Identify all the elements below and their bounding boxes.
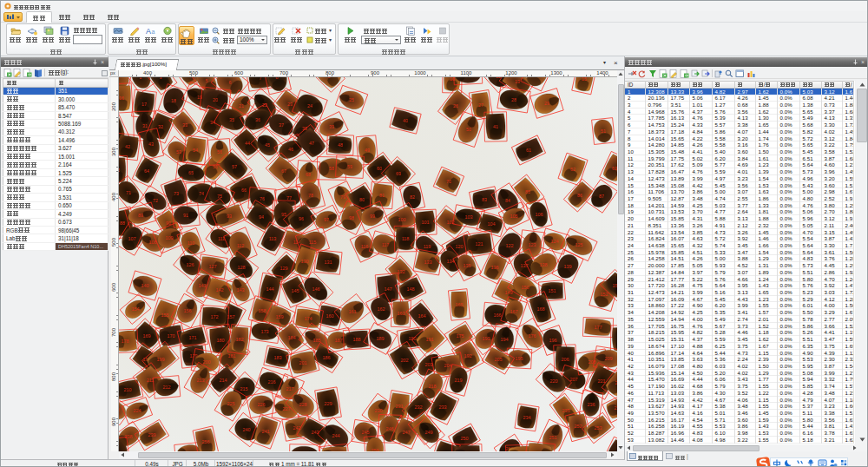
- svg-text:52: 52: [119, 168, 120, 173]
- svg-text:8: 8: [276, 77, 279, 80]
- svg-text:98: 98: [349, 215, 354, 220]
- svg-text:64: 64: [144, 168, 149, 174]
- svg-text:161: 161: [349, 309, 357, 314]
- svg-text:66: 66: [241, 187, 247, 193]
- svg-text:127: 127: [209, 264, 217, 269]
- svg-text:205: 205: [495, 357, 503, 362]
- svg-text:12: 12: [496, 77, 501, 79]
- svg-text:212: 212: [163, 385, 171, 390]
- svg-text:53: 53: [176, 149, 181, 155]
- svg-text:144: 144: [266, 286, 274, 292]
- svg-text:32: 32: [158, 124, 163, 129]
- svg-text:76: 76: [260, 196, 265, 201]
- svg-text:140: 140: [141, 283, 149, 288]
- svg-text:a: a: [151, 29, 155, 35]
- svg-text:170: 170: [168, 333, 175, 339]
- svg-text:115: 115: [309, 240, 317, 245]
- svg-text:148: 148: [407, 286, 415, 292]
- svg-text:243: 243: [312, 430, 319, 435]
- svg-text:28: 28: [511, 97, 516, 102]
- svg-text:245: 245: [362, 430, 370, 435]
- svg-text:99: 99: [370, 214, 375, 219]
- svg-text:151: 151: [549, 288, 556, 293]
- svg-text:95: 95: [281, 212, 286, 217]
- svg-text:193: 193: [483, 336, 490, 341]
- svg-text:56: 56: [217, 149, 222, 155]
- svg-text:104: 104: [488, 221, 496, 227]
- svg-text:234: 234: [523, 415, 531, 420]
- svg-text:167: 167: [510, 309, 518, 314]
- svg-text:74: 74: [199, 191, 204, 196]
- svg-text:67: 67: [281, 168, 286, 174]
- svg-text:187: 187: [335, 338, 343, 343]
- svg-text:200: 200: [203, 359, 211, 365]
- svg-text:86: 86: [577, 193, 582, 198]
- svg-text:178: 178: [122, 339, 129, 344]
- svg-text:112: 112: [237, 243, 245, 248]
- svg-text:37: 37: [279, 122, 284, 128]
- svg-text:47: 47: [309, 141, 314, 146]
- svg-text:236: 236: [588, 402, 595, 407]
- svg-text:21: 21: [239, 103, 244, 109]
- svg-text:31: 31: [142, 123, 148, 128]
- svg-text:121: 121: [476, 241, 483, 247]
- svg-text:238: 238: [125, 434, 133, 439]
- svg-text:252: 252: [575, 424, 582, 429]
- svg-text:103: 103: [465, 214, 473, 220]
- svg-text:249: 249: [425, 430, 433, 435]
- svg-text:26: 26: [453, 103, 458, 109]
- svg-text:69: 69: [396, 171, 401, 176]
- svg-text:39: 39: [329, 124, 334, 129]
- svg-text:33: 33: [182, 122, 187, 128]
- svg-text:120: 120: [456, 244, 464, 249]
- svg-text:154: 154: [132, 306, 140, 312]
- svg-text:20: 20: [213, 97, 218, 102]
- svg-text:240: 240: [243, 427, 251, 432]
- svg-text:118: 118: [402, 236, 410, 241]
- svg-text:80: 80: [359, 197, 365, 202]
- svg-text:54: 54: [193, 148, 198, 153]
- svg-text:250: 250: [461, 436, 469, 441]
- svg-text:105: 105: [510, 214, 518, 219]
- svg-text:202: 202: [401, 358, 409, 363]
- svg-text:233: 233: [439, 405, 447, 410]
- svg-text:36: 36: [255, 117, 260, 122]
- svg-text:207: 207: [570, 377, 578, 382]
- svg-text:106: 106: [536, 212, 543, 217]
- svg-text:91: 91: [183, 213, 188, 218]
- svg-text:180: 180: [217, 338, 225, 343]
- svg-text:204: 204: [444, 363, 452, 368]
- svg-text:136: 136: [491, 265, 499, 270]
- svg-text:50: 50: [466, 127, 471, 132]
- svg-text:201: 201: [299, 360, 307, 365]
- svg-text:182: 182: [236, 337, 244, 342]
- svg-text:164: 164: [418, 313, 426, 319]
- svg-text:219: 219: [455, 378, 463, 383]
- svg-text:122: 122: [506, 243, 514, 248]
- svg-text:171: 171: [189, 335, 197, 340]
- svg-text:42: 42: [125, 144, 130, 149]
- svg-text:206: 206: [562, 357, 569, 362]
- svg-text:71: 71: [126, 190, 131, 195]
- svg-text:23: 23: [287, 102, 293, 107]
- svg-text:175: 175: [457, 333, 464, 339]
- svg-text:45: 45: [265, 142, 270, 148]
- svg-text:7: 7: [260, 77, 262, 81]
- svg-text:25: 25: [349, 97, 354, 102]
- svg-text:220: 220: [550, 378, 558, 384]
- svg-text:16: 16: [119, 95, 124, 101]
- svg-text:13: 13: [515, 79, 520, 84]
- svg-text:78: 78: [308, 193, 313, 198]
- svg-text:93: 93: [227, 214, 232, 219]
- svg-text:165: 165: [456, 302, 464, 307]
- svg-text:150: 150: [522, 285, 529, 290]
- svg-text:209: 209: [605, 356, 613, 361]
- svg-text:48: 48: [338, 142, 343, 148]
- svg-text:77: 77: [286, 195, 292, 201]
- svg-text:27: 27: [478, 102, 483, 108]
- svg-text:130: 130: [301, 259, 309, 264]
- svg-text:156: 156: [184, 308, 192, 313]
- svg-text:100: 100: [398, 217, 406, 222]
- svg-text:133: 133: [424, 260, 432, 265]
- svg-text:75: 75: [217, 194, 222, 199]
